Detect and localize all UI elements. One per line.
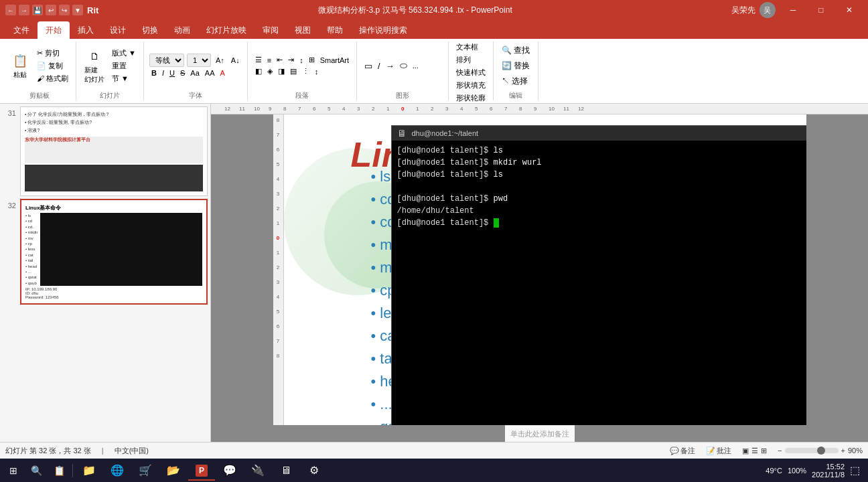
smartart-btn[interactable]: SmartArt (318, 55, 351, 65)
minimize-btn[interactable]: ─ (780, 0, 806, 20)
search-btn[interactable]: 🔍 (25, 461, 47, 481)
taskbar-edge[interactable]: 🌐 (104, 461, 131, 481)
increase-font-btn[interactable]: A↑ (214, 56, 226, 65)
review-icon: 📝 (706, 447, 715, 455)
increase-indent-btn[interactable]: ⇥ (286, 55, 296, 65)
undo-btn[interactable]: ↩ (46, 5, 56, 15)
quick-styles-btn[interactable]: 快速样式 (454, 67, 488, 78)
arrange-btn[interactable]: 排列 (454, 54, 488, 66)
underline-btn[interactable]: U (167, 68, 177, 78)
slide-thumb-32[interactable]: 32 Linux基本命令 • ls• cd• cd..• mkdir• mv• … (3, 199, 208, 305)
taskbar-unknown1[interactable]: 🔌 (244, 461, 271, 481)
bullets-btn[interactable]: ☰ (253, 55, 264, 65)
cut-btn[interactable]: ✂ 剪切 (35, 48, 70, 59)
shape-line[interactable]: / (376, 60, 382, 72)
tab-view[interactable]: 视图 (287, 21, 319, 39)
zoom-slider-thumb[interactable] (817, 447, 825, 455)
numbering-btn[interactable]: ≡ (265, 55, 273, 65)
shape-arrow[interactable]: → (384, 60, 396, 72)
custom-btn[interactable]: ▼ (72, 5, 83, 15)
tab-search[interactable]: 操作说明搜索 (351, 21, 415, 39)
tab-design[interactable]: 设计 (102, 21, 134, 39)
view-normal-btn[interactable]: ▣ (742, 447, 749, 455)
view-slide-btn[interactable]: ⊞ (761, 447, 767, 455)
slide31-title: 东华大学材料学院模拟计算平台 (25, 137, 90, 163)
font-color-btn[interactable]: A (218, 68, 226, 78)
rit-label: Rit (87, 5, 98, 15)
align-right-btn[interactable]: ◨ (276, 66, 287, 76)
close-btn[interactable]: ✕ (836, 0, 863, 20)
review-btn[interactable]: 📝 批注 (706, 446, 731, 456)
view-outline-btn[interactable]: ☰ (751, 447, 758, 455)
zoom-in-btn[interactable]: + (841, 447, 845, 455)
shape-more[interactable]: ... (411, 60, 421, 72)
new-slide-btn[interactable]: 🗋 新建幻灯片 (82, 46, 107, 86)
align-center-btn[interactable]: ◈ (265, 66, 275, 76)
shape-outline-btn[interactable]: 形状轮廓 (454, 92, 488, 104)
taskbar-filemanager[interactable]: 📂 (160, 461, 187, 481)
taskbar-settings[interactable]: ⚙ (301, 461, 328, 481)
taskbar-explorer[interactable]: 📁 (76, 461, 102, 481)
copy-btn[interactable]: 📄 复制 (35, 60, 70, 72)
group-drawing: ▭ / → ⬭ ... 图形 (357, 42, 449, 100)
find-btn[interactable]: 🔍 查找 (499, 44, 532, 58)
taskbar-terminal[interactable]: 🖥 (273, 461, 299, 481)
shape-oval[interactable]: ⬭ (398, 60, 409, 72)
decrease-font-btn[interactable]: A↓ (229, 56, 242, 65)
task-view-btn[interactable]: 📋 (48, 461, 70, 481)
taskbar-chat[interactable]: 💬 (216, 461, 243, 481)
tab-animations[interactable]: 动画 (166, 21, 198, 39)
tab-help[interactable]: 帮助 (319, 21, 351, 39)
save-btn[interactable]: 💾 (32, 5, 43, 15)
taskbar-store[interactable]: 🛒 (132, 461, 159, 481)
align-left-btn[interactable]: ◧ (253, 66, 264, 76)
font-name-select[interactable]: 等线 (149, 54, 184, 67)
zoom-out-btn[interactable]: − (778, 447, 782, 455)
ruler-horizontal: 1211109876543210123456789101112 (211, 104, 868, 114)
show-desktop-btn[interactable]: ⬚ (850, 464, 860, 477)
paste-btn[interactable]: 📋 粘贴 (8, 50, 32, 81)
start-button[interactable]: ⊞ (3, 461, 24, 481)
text-box-btn[interactable]: 文本框 (454, 42, 488, 53)
font-size-select[interactable]: 18 (187, 54, 211, 67)
terminal-title: dhu@node1:~/talent (412, 129, 479, 137)
taskbar-sep-1 (72, 464, 73, 477)
section-btn[interactable]: 节 ▼ (110, 73, 138, 84)
layout-btn[interactable]: 版式 ▼ (110, 48, 138, 59)
comment-icon: 💬 (670, 447, 679, 455)
tab-insert[interactable]: 插入 (70, 21, 102, 39)
tab-transitions[interactable]: 切换 (134, 21, 166, 39)
back-btn[interactable]: ← (5, 5, 16, 15)
reset-btn[interactable]: 重置 (110, 60, 138, 72)
select-btn[interactable]: ↖ 选择 (499, 74, 532, 88)
comment-btn[interactable]: 💬 备注 (670, 446, 695, 456)
maximize-btn[interactable]: □ (808, 0, 835, 20)
shape-rect[interactable]: ▭ (362, 60, 374, 72)
taskbar-powerpoint[interactable]: P (188, 461, 215, 481)
format-painter-btn[interactable]: 🖌 格式刷 (35, 73, 70, 84)
text-case-btn[interactable]: AA (203, 68, 217, 78)
tab-file[interactable]: 文件 (5, 21, 38, 39)
redo-btn[interactable]: ↪ (59, 5, 70, 15)
paste-label: 粘贴 (13, 70, 27, 80)
line-spacing-btn[interactable]: ↕ (313, 66, 321, 76)
shape-fill-btn[interactable]: 形状填充 (454, 80, 488, 91)
align-text-btn[interactable]: ⊞ (307, 55, 317, 65)
forward-btn[interactable]: → (19, 5, 29, 15)
italic-btn[interactable]: I (160, 68, 166, 78)
tab-review[interactable]: 审阅 (255, 21, 287, 39)
tab-slideshow[interactable]: 幻灯片放映 (198, 21, 255, 39)
columns-btn[interactable]: ⋮ (300, 66, 311, 76)
tab-home[interactable]: 开始 (38, 21, 70, 39)
text-direction-btn[interactable]: ↕ (297, 55, 305, 65)
decrease-indent-btn[interactable]: ⇤ (275, 55, 285, 65)
taskbar-right: 49°C 100% 15:52 2021/11/8 ⬚ (766, 463, 865, 479)
group-paragraph: ☰ ≡ ⇤ ⇥ ↕ ⊞ SmartArt ◧ ◈ ◨ ▤ ⋮ ↕ (248, 42, 357, 100)
replace-btn[interactable]: 🔄 替换 (499, 59, 532, 73)
char-spacing-btn[interactable]: Aa (188, 68, 201, 78)
battery-temp: 49°C (766, 467, 782, 475)
strikethrough-btn[interactable]: S (178, 68, 187, 78)
slide-thumb-31[interactable]: 31 • 分了 化学反应/力能量预测，零点振动？ • 化学反应: 能量预测, 零… (3, 106, 208, 196)
justify-btn[interactable]: ▤ (288, 66, 299, 76)
bold-btn[interactable]: B (149, 68, 159, 78)
